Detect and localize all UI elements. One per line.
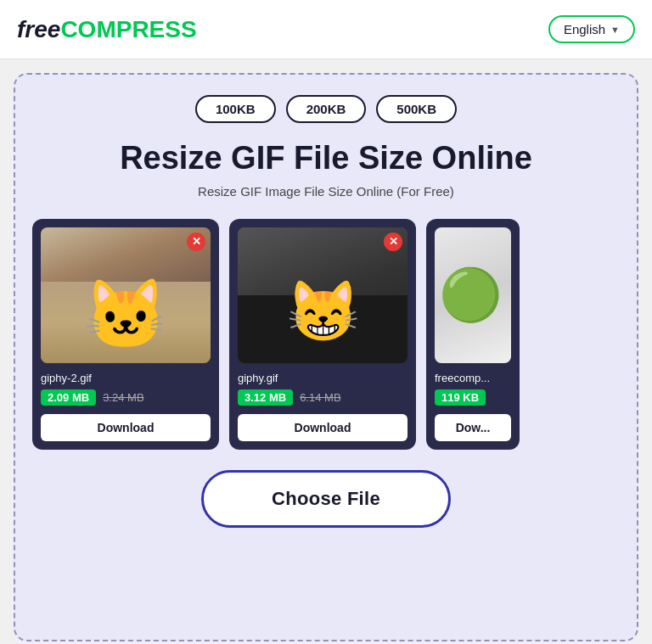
main-content: 100KB 200KB 500KB Resize GIF File Size O… — [14, 73, 638, 641]
file-image-wrapper-1: ✕ — [41, 227, 211, 363]
download-button-1[interactable]: Download — [41, 414, 211, 441]
files-grid: ✕ giphy-2.gif 2.09 MB 3.24 MB Download ✕… — [32, 219, 620, 450]
old-size-1: 3.24 MB — [103, 391, 143, 404]
preset-500kb[interactable]: 500KB — [376, 95, 457, 123]
new-size-1: 2.09 MB — [41, 389, 96, 406]
close-button-1[interactable]: ✕ — [187, 232, 205, 251]
logo: freeCOMPRESS — [17, 16, 197, 43]
page-title: Resize GIF File Size Online — [32, 140, 620, 177]
choose-file-button[interactable]: Choose File — [201, 470, 451, 528]
logo-compress: COMPRESS — [60, 16, 196, 42]
size-presets-row: 100KB 200KB 500KB — [32, 95, 620, 123]
file-image-wrapper-3 — [435, 227, 511, 363]
download-button-3[interactable]: Dow... — [435, 414, 511, 441]
language-label: English — [564, 22, 605, 36]
file-card-1: ✕ giphy-2.gif 2.09 MB 3.24 MB Download — [32, 219, 219, 450]
preset-100kb[interactable]: 100KB — [195, 95, 276, 123]
file-card-2: ✕ giphy.gif 3.12 MB 6.14 MB Download — [229, 219, 416, 450]
file-sizes-1: 2.09 MB 3.24 MB — [41, 389, 211, 406]
chevron-down-icon: ▼ — [610, 25, 620, 35]
file-sizes-2: 3.12 MB 6.14 MB — [238, 389, 408, 406]
old-size-2: 6.14 MB — [300, 391, 340, 404]
new-size-3: 119 KB — [435, 389, 486, 406]
file-name-2: giphy.gif — [238, 372, 408, 384]
file-name-1: giphy-2.gif — [41, 372, 211, 384]
file-image-wrapper-2: ✕ — [238, 227, 408, 363]
logo-free: free — [17, 16, 60, 42]
file-name-3: freecomp... — [435, 372, 511, 384]
close-button-2[interactable]: ✕ — [384, 232, 402, 251]
file-card-3: freecomp... 119 KB Dow... — [426, 219, 520, 450]
gif-preview-3 — [435, 227, 511, 363]
page-subtitle: Resize GIF Image File Size Online (For F… — [32, 184, 620, 199]
choose-file-wrapper: Choose File — [32, 470, 620, 528]
language-selector[interactable]: English ▼ — [548, 15, 635, 43]
preset-200kb[interactable]: 200KB — [286, 95, 367, 123]
header: freeCOMPRESS English ▼ — [0, 0, 652, 59]
download-button-2[interactable]: Download — [238, 414, 408, 441]
file-sizes-3: 119 KB — [435, 389, 511, 406]
gif-preview-1 — [41, 227, 211, 363]
new-size-2: 3.12 MB — [238, 389, 293, 406]
gif-preview-2 — [238, 227, 408, 363]
